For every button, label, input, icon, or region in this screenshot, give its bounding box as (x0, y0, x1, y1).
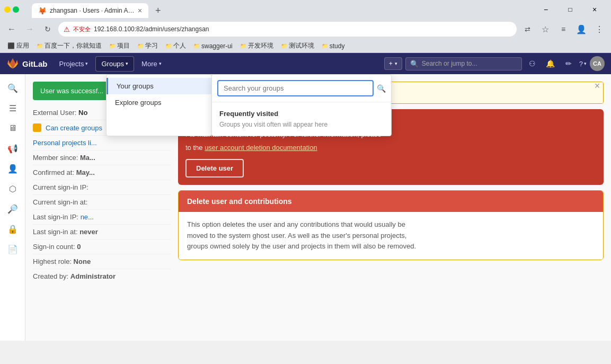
address-bar[interactable]: ⚠ 不安全 192.168.0.100:82/admin/users/zhang… (58, 22, 517, 37)
signin-count-label: Sign-in count: (33, 243, 75, 251)
groups-dropdown-overlay: Your groups Explore groups 🔍 Frequently … (106, 74, 392, 136)
search-bar[interactable]: 🔍 Search or jump to... (405, 57, 522, 70)
nav-help-btn[interactable]: ? ▾ (579, 60, 587, 68)
info-member-since: Member since: Ma... (33, 150, 171, 165)
sidebar-icon-search2[interactable]: 🔎 (3, 199, 22, 218)
info-current-signin-at: Current sign-in at: (33, 195, 171, 210)
tab-favicon: 🦊 (38, 7, 47, 15)
bookmark-project[interactable]: 📁 项目 (106, 40, 133, 51)
more-arrow-icon: ▾ (159, 61, 162, 66)
current-signin-ip-label: Current sign-in IP: (33, 183, 88, 191)
groups-arrow-icon: ▾ (126, 61, 128, 66)
bookmark-apps[interactable]: ⬛ 应用 (4, 40, 32, 51)
created-by-label: Created by: (33, 272, 68, 280)
plus-icon: + (389, 60, 393, 67)
sidebar-icon-monitor[interactable]: 🖥 (3, 119, 22, 138)
groups-search-panel: 🔍 Frequently visited Groups you visit of… (211, 74, 392, 136)
nav-groups[interactable]: Groups ▾ (95, 56, 134, 72)
delete-doc-link[interactable]: user account deletion documentation (205, 144, 317, 152)
user-avatar[interactable]: CA (590, 56, 605, 71)
bottom-text-3: groups owned solely by the user and proj… (187, 241, 595, 252)
profile-btn[interactable]: 👤 (574, 22, 589, 37)
last-signin-at-label: Last sign-in at: (33, 228, 78, 236)
url-text: 192.168.0.100:82/admin/users/zhangsan (94, 25, 209, 33)
security-warning-icon: ⚠ (64, 25, 70, 33)
frequently-visited-section: Frequently visited Groups you visit ofte… (212, 102, 391, 136)
sidebar-icon-doc[interactable]: 📄 (3, 239, 22, 259)
minimize-btn[interactable] (4, 6, 11, 13)
member-since-value: Ma... (80, 154, 95, 162)
browser-controls (4, 6, 19, 13)
create-btn[interactable]: + ▾ (384, 57, 402, 70)
info-highest-role: Highest role: None (33, 254, 171, 269)
bottom-text-2: moved to the system ghost user. As well … (187, 230, 595, 242)
highest-role-value: None (74, 258, 91, 265)
freq-subtitle: Groups you visit often will appear here (219, 121, 384, 128)
nav-right: + ▾ 🔍 Search or jump to... ⚇ 🔔 ✏ ? ▾ CA (384, 56, 605, 71)
reading-btn[interactable]: ≡ (556, 22, 571, 37)
groups-search-input-wrapper: 🔍 (212, 75, 391, 102)
signin-count-value: 0 (77, 243, 81, 251)
bookmark-btn[interactable]: ☆ (538, 22, 553, 37)
explore-groups-item[interactable]: Explore groups (107, 94, 211, 111)
gitlab-fox-icon (6, 57, 19, 70)
forward-btn[interactable]: → (22, 22, 37, 37)
gitlab-logo-text: GitLab (22, 59, 48, 68)
success-text: User was successf... (40, 87, 103, 95)
gitlab-logo[interactable]: GitLab (6, 57, 48, 70)
external-user-label: External User: (33, 109, 76, 117)
nav-more[interactable]: More ▾ (136, 57, 167, 71)
sidebar-icon-grid[interactable]: ⬡ (3, 179, 22, 198)
browser-tab[interactable]: 🦊 zhangsan · Users · Admin Area × (32, 3, 148, 18)
bookmark-study[interactable]: 📁 学习 (134, 40, 161, 51)
sidebar-icon-search[interactable]: 🔍 (3, 78, 22, 97)
bookmark-personal[interactable]: 📁 个人 (162, 40, 189, 51)
groups-search-input[interactable] (217, 80, 374, 96)
bookmark-dev[interactable]: 📁 开发环境 (237, 40, 277, 51)
create-arrow-icon: ▾ (395, 61, 397, 66)
confirmed-at-label: Confirmed at: (33, 168, 74, 176)
nav-projects[interactable]: Projects ▾ (54, 57, 94, 71)
personal-projects-text: Personal projects li... (33, 139, 97, 147)
security-warning-text: 不安全 (73, 25, 91, 33)
maximize-btn[interactable] (13, 6, 19, 13)
search-glass-icon: 🔍 (377, 84, 386, 93)
bookmark-test[interactable]: 📁 测试环境 (278, 40, 317, 51)
bottom-text-1: This option deletes the user and any con… (187, 219, 595, 230)
nav-merge-icon[interactable]: ⚇ (525, 56, 540, 71)
search-icon: 🔍 (410, 60, 419, 68)
info-confirmed-at: Confirmed at: May... (33, 165, 171, 180)
last-signin-ip-label: Last sign-in IP: (33, 213, 78, 221)
highest-role-label: Highest role: (33, 258, 72, 265)
translate-btn[interactable]: ⇄ (520, 22, 535, 37)
bookmark-studyen[interactable]: 📁 study (318, 41, 348, 51)
sidebar-icon-announce[interactable]: 📢 (3, 139, 22, 158)
last-signin-at-value: never (79, 228, 98, 236)
help-arrow-icon: ▾ (584, 61, 587, 66)
minimize-window-btn[interactable]: − (534, 2, 558, 17)
refresh-btn[interactable]: ↻ (40, 22, 55, 37)
back-btn[interactable]: ← (4, 22, 19, 37)
freq-title: Frequently visited (219, 110, 384, 118)
new-tab-btn[interactable]: + (150, 3, 165, 18)
bookmark-swagger[interactable]: 📁 swagger-ui (190, 41, 236, 51)
tab-close-icon[interactable]: × (138, 6, 142, 15)
sidebar-icon-lock[interactable]: 🔒 (3, 219, 22, 238)
restore-window-btn[interactable]: □ (558, 2, 582, 17)
close-window-btn[interactable]: × (582, 2, 607, 17)
bottom-delete-block: Delete user and contributions This optio… (178, 190, 604, 260)
groups-left-menu: Your groups Explore groups (106, 74, 212, 136)
delete-user-btn[interactable]: Delete user (185, 159, 244, 177)
nav-issues-icon[interactable]: 🔔 (543, 56, 558, 71)
current-signin-at-label: Current sign-in at: (33, 198, 87, 206)
bookmark-baidu[interactable]: 📁 百度一下，你就知道 (33, 40, 105, 51)
nav-edit-icon[interactable]: ✏ (561, 56, 576, 71)
sidebar-icon-list[interactable]: ☰ (3, 99, 22, 118)
info-last-signin-ip: Last sign-in IP: ne... (33, 210, 171, 225)
last-signin-ip-value: ne... (81, 213, 94, 221)
menu-btn[interactable]: ⋮ (592, 22, 607, 37)
your-groups-item[interactable]: Your groups (107, 78, 211, 94)
panel-close-btn[interactable]: × (591, 79, 604, 92)
info-last-signin-at: Last sign-in at: never (33, 225, 171, 239)
sidebar-icon-user[interactable]: 👤 (3, 159, 22, 178)
